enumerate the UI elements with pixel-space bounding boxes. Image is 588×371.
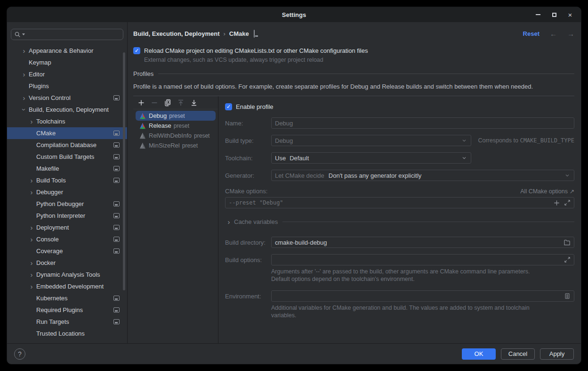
generator-select[interactable]: Let CMake decide Don't pass any generato… [271,170,574,181]
toolchain-select[interactable]: Use Default [271,152,471,164]
search-input[interactable] [26,31,120,38]
profile-item-relwithdebinfo[interactable]: RelWithDebInfo preset [136,131,216,140]
sidebar-item-coverage[interactable]: Coverage [7,245,127,257]
enable-profile-checkbox[interactable]: ✓ [225,103,232,110]
expand-icon [564,256,571,263]
chevron-right-icon: › [28,236,35,243]
sidebar-item-build-execution-deployment[interactable]: ›Build, Execution, Deployment [7,104,127,115]
sidebar-item-version-control[interactable]: ›Version Control [7,92,127,104]
profile-item-debug[interactable]: Debug preset [136,111,216,121]
cmake-settings-panel: Build, Execution, Deployment › CMake Res… [128,22,581,343]
environment-field[interactable] [271,290,574,302]
build-options-field[interactable] [271,254,574,265]
back-arrow-icon[interactable]: ← [550,30,557,38]
sidebar-item-python-interpreter[interactable]: Python Interpreter [7,210,127,222]
plus-icon [137,99,145,107]
remove-profile-button[interactable] [149,98,160,108]
project-settings-icon [254,30,255,38]
sidebar-item-dynamic-analysis-tools[interactable]: ›Dynamic Analysis Tools [7,269,127,280]
profile-item-minsizerel[interactable]: MinSizeRel preset [136,140,216,150]
project-settings-icon [113,201,120,206]
sidebar-item-build-tools[interactable]: ›Build Tools [7,174,127,186]
sidebar-item-editor[interactable]: ›Editor [7,68,127,80]
close-icon: × [568,11,572,18]
project-settings-icon [113,142,120,148]
sidebar-item-toolchains[interactable]: ›Toolchains [7,115,127,127]
sidebar-item-deployment[interactable]: ›Deployment [7,222,127,233]
reset-link[interactable]: Reset [523,30,540,37]
environment-hint: Additional variables for CMake generatio… [271,305,540,319]
toolchain-row: Toolchain: Use Default [225,152,574,164]
project-settings-icon [113,225,120,230]
cmake-options-field[interactable]: --preset "Debug" [225,197,574,208]
help-button[interactable]: ? [14,348,25,360]
project-settings-icon [113,178,120,183]
sidebar-item-python-debugger[interactable]: Python Debugger [7,198,127,210]
breadcrumb: Build, Execution, Deployment › CMake Res… [133,28,574,39]
build-type-label: Build type: [225,137,271,144]
build-options-row: Build options: [225,254,574,265]
move-down-button[interactable] [189,98,199,108]
environment-variables-button[interactable] [564,293,571,299]
chevron-right-icon: › [20,47,28,54]
build-type-select[interactable]: Debug [271,135,471,146]
sidebar-scrollbar[interactable] [123,52,125,290]
sidebar-item-debugger[interactable]: ›Debugger [7,186,127,198]
check-icon: ✓ [226,104,231,110]
ok-button[interactable]: OK [462,348,496,360]
sidebar-item-appearance-behavior[interactable]: ›Appearance & Behavior [7,45,127,57]
minimize-button[interactable] [532,8,544,21]
sidebar-item-run-targets[interactable]: Run Targets [7,316,127,328]
add-option-button[interactable] [553,199,560,206]
name-field[interactable]: Debug [271,117,574,129]
environment-label: Environment: [225,293,271,300]
search-icon [14,31,21,38]
apply-button[interactable]: Apply [540,348,574,360]
sidebar-item-trusted-locations[interactable]: Trusted Locations [7,328,127,339]
search-history-caret-icon [22,33,25,35]
sidebar-item-docker[interactable]: ›Docker [7,257,127,269]
add-profile-button[interactable] [136,98,146,108]
all-cmake-options-link[interactable]: All CMake options ↗ [520,188,574,195]
generator-label: Generator: [225,172,271,179]
expand-field-button[interactable] [564,199,571,206]
sidebar-item-required-plugins[interactable]: Required Plugins [7,304,127,316]
build-directory-label: Build directory: [225,239,271,246]
sidebar-item-makefile[interactable]: Makefile [7,163,127,174]
breadcrumb-current: CMake [229,30,249,37]
profile-list-panel: Debug preset Release preset [133,96,218,343]
browse-folder-button[interactable] [564,239,571,246]
sidebar-item-cmake[interactable]: CMake [7,127,127,139]
copy-profile-button[interactable] [162,98,173,108]
sidebar-item-embedded-development[interactable]: ›Embedded Development [7,280,127,292]
profile-item-release[interactable]: Release preset [136,121,216,131]
name-label: Name: [225,120,271,127]
sidebar-item-console[interactable]: ›Console [7,233,127,245]
search-box[interactable] [11,29,123,40]
maximize-button[interactable] [548,8,560,21]
move-up-button[interactable] [176,98,186,108]
close-button[interactable]: × [564,8,576,21]
expand-field-button[interactable] [564,256,571,263]
minus-icon [151,99,158,107]
sidebar-item-kubernetes[interactable]: Kubernetes [7,292,127,304]
chevron-down-icon [461,137,467,144]
sidebar-item-plugins[interactable]: Plugins [7,80,127,92]
sidebar-item-compilation-database[interactable]: Compilation Database [7,139,127,151]
breadcrumb-parent[interactable]: Build, Execution, Deployment [133,30,219,37]
reload-cmake-checkbox[interactable]: ✓ [133,47,140,54]
sidebar-item-custom-build-targets[interactable]: Custom Build Targets [7,151,127,163]
external-link-icon: ↗ [570,188,574,195]
cmake-icon-disabled [139,132,146,139]
cancel-button[interactable]: Cancel [501,348,535,360]
chevron-right-icon: › [20,94,28,101]
profiles-section-header: Profiles [133,70,574,77]
forward-arrow-icon[interactable]: → [567,30,574,38]
toolchain-label: Toolchain: [225,155,271,162]
build-directory-field[interactable]: cmake-build-debug [271,237,574,248]
project-settings-icon [113,307,120,313]
chevron-right-icon: › [28,271,35,278]
cache-variables-toggle[interactable]: › Cache variables [225,218,574,225]
sidebar-item-keymap[interactable]: Keymap [7,57,127,68]
environment-row: Environment: [225,290,574,302]
